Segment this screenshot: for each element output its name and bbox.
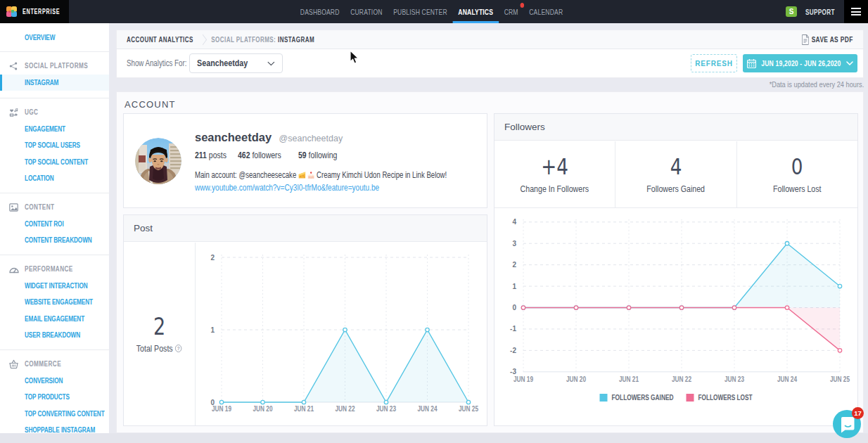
total-posts-summary: 2 Total Posts ?: [124, 243, 196, 425]
followers-stat: 4Followers Gained: [615, 141, 736, 207]
user-avatar-badge[interactable]: S: [786, 6, 797, 17]
svg-text:JUN 23: JUN 23: [725, 375, 744, 383]
sidebar-section-title: CONTENT: [0, 199, 109, 215]
sidebar-item-top-social-users[interactable]: TOP SOCIAL USERS: [0, 137, 109, 154]
profile-link[interactable]: www.youtube.com/watch?v=Cy3l0-tfrMo&feat…: [195, 183, 379, 193]
post-card: Post 2 Total Posts ? 012JUN 19JUN 20JUN …: [123, 214, 487, 426]
sidebar: OVERVIEW SOCIAL PLATFORMSINSTAGRAMUGCENG…: [0, 23, 109, 443]
followers-card: Followers +4Change In Followers4Follower…: [494, 113, 858, 426]
breadcrumb-social-platforms: SOCIAL PLATFORMS:INSTAGRAM: [211, 35, 314, 44]
date-range-picker[interactable]: JUN 19,2020 - JUN 26,2020: [743, 54, 857, 72]
svg-text:JUN 21: JUN 21: [619, 375, 639, 383]
support-link[interactable]: SUPPORT: [805, 8, 828, 16]
stat-label: Followers Lost: [773, 184, 822, 194]
sidebar-item-top-products[interactable]: TOP PRODUCTS: [0, 389, 109, 406]
bottom-strip: [0, 433, 868, 443]
top-nav: DASHBOARDCURATIONPUBLISH CENTERANALYTICS…: [295, 0, 568, 23]
total-posts-value: 2: [153, 315, 165, 338]
sidebar-section-content: CONTENTCONTENT ROICONTENT BREAKDOWN: [0, 193, 109, 255]
brand[interactable]: ENTERPRISE: [0, 0, 69, 23]
stat-value: 4: [670, 155, 682, 178]
date-range-label: JUN 19,2020 - JUN 26,2020: [761, 60, 841, 68]
sidebar-section-performance: PERFORMANCEWIDGET INTERACTIONWEBSITE ENG…: [0, 255, 109, 349]
sidebar-section-commerce: COMMERCECONVERSIONTOP PRODUCTSTOP CONVER…: [0, 350, 109, 443]
svg-text:JUN 22: JUN 22: [672, 375, 691, 383]
topbar: ENTERPRISE DASHBOARDCURATIONPUBLISH CENT…: [0, 0, 868, 23]
post-card-header: Post: [124, 215, 487, 242]
sidebar-item-widget-interaction[interactable]: WIDGET INTERACTION: [0, 277, 109, 294]
chevron-down-icon: [267, 58, 274, 65]
svg-text:JUN 25: JUN 25: [459, 405, 478, 413]
chat-notification-badge: 17: [852, 407, 864, 419]
analytics-content: ACCOUNT: [116, 91, 864, 433]
sidebar-item-conversion[interactable]: CONVERSION: [0, 372, 109, 389]
sidebar-item-instagram[interactable]: INSTAGRAM: [0, 75, 109, 91]
help-icon[interactable]: ?: [176, 345, 182, 352]
hamburger-menu-button[interactable]: [844, 0, 868, 23]
cake-emoji: [307, 171, 314, 179]
sidebar-section-title: UGC: [0, 104, 109, 120]
profile-stat-posts: 211 posts: [195, 150, 231, 160]
refresh-button[interactable]: REFRESH: [691, 54, 737, 72]
save-as-pdf-button[interactable]: SAVE AS PDF: [802, 34, 853, 45]
profile-stat-followers: 462 followers: [238, 150, 288, 160]
svg-text:JUN 22: JUN 22: [336, 405, 355, 413]
profile-stat-following: 59 following: [298, 150, 337, 160]
profile-stats: 211 posts462 followers59 following: [195, 150, 345, 160]
sidebar-item-content-breakdown[interactable]: CONTENT BREAKDOWN: [0, 232, 109, 249]
sidebar-section-social-platforms: SOCIAL PLATFORMSINSTAGRAM: [0, 52, 109, 98]
breadcrumb-account-analytics[interactable]: ACCOUNT ANALYTICS: [127, 35, 193, 44]
svg-text:2: 2: [210, 254, 215, 262]
profile-handle: @seancheetday: [279, 134, 343, 143]
sidebar-item-content-roi[interactable]: CONTENT ROI: [0, 215, 109, 232]
svg-text:3: 3: [512, 240, 516, 248]
stat-value: 0: [791, 155, 803, 178]
pdf-file-icon: [802, 34, 809, 45]
tab-crm[interactable]: CRM: [499, 0, 524, 23]
tab-dashboard[interactable]: DASHBOARD: [295, 0, 345, 23]
sidebar-item-email-engagement[interactable]: EMAIL ENGAGEMENT: [0, 310, 109, 327]
chat-widget-button[interactable]: 17: [833, 410, 861, 438]
profile-bio: Main account: @seancheesecake Creamy Kim…: [195, 170, 447, 180]
sidebar-item-user-breakdown[interactable]: USER BREAKDOWN: [0, 327, 109, 344]
svg-text:2: 2: [512, 261, 516, 269]
breadcrumb-chevron-icon: [199, 34, 207, 45]
total-posts-label: Total Posts ?: [136, 344, 182, 354]
breadcrumb-trail: ACCOUNT ANALYTICS SOCIAL PLATFORMS:INSTA…: [127, 35, 314, 44]
followers-chart: -3-2-101234JUN 19JUN 20JUN 21JUN 22JUN 2…: [494, 209, 857, 428]
sidebar-item-website-engagement[interactable]: WEBSITE ENGAGEMENT: [0, 294, 109, 311]
svg-text:0: 0: [512, 304, 516, 312]
followers-stat: 0Followers Lost: [737, 141, 857, 207]
brand-name: ENTERPRISE: [23, 8, 60, 15]
sidebar-section-title: PERFORMANCE: [0, 261, 109, 277]
calendar-icon: [747, 59, 756, 68]
followers-stat: +4Change In Followers: [494, 141, 615, 207]
sidebar-item-top-converting-content[interactable]: TOP CONVERTING CONTENT: [0, 405, 109, 422]
sidebar-section-ugc: UGCENGAGEMENTTOP SOCIAL USERSTOP SOCIAL …: [0, 98, 109, 193]
tab-calendar[interactable]: CALENDAR: [523, 0, 568, 23]
account-select[interactable]: Seancheetday: [189, 53, 283, 73]
cheese-emoji: [298, 171, 305, 179]
sidebar-item-top-social-content[interactable]: TOP SOCIAL CONTENT: [0, 153, 109, 170]
svg-text:-2: -2: [510, 347, 516, 354]
svg-text:-1: -1: [510, 325, 516, 333]
tab-analytics[interactable]: ANALYTICS: [453, 0, 499, 23]
sidebar-section-title: COMMERCE: [0, 356, 109, 372]
stat-value: +4: [541, 155, 568, 178]
stat-label: Change In Followers: [521, 184, 589, 194]
svg-text:FOLLOWERS LOST: FOLLOWERS LOST: [698, 394, 753, 402]
svg-text:JUN 24: JUN 24: [418, 405, 438, 413]
account-section-title: ACCOUNT: [125, 99, 176, 110]
profile-avatar: [135, 138, 181, 184]
sidebar-section-title: SOCIAL PLATFORMS: [0, 58, 109, 74]
tab-curation[interactable]: CURATION: [345, 0, 388, 23]
chevron-down-icon: [846, 61, 853, 65]
stat-label: Followers Gained: [647, 184, 706, 194]
sidebar-item-overview[interactable]: OVERVIEW: [25, 33, 55, 42]
sidebar-item-engagement[interactable]: ENGAGEMENT: [0, 120, 109, 137]
posts-chart: 012JUN 19JUN 20JUN 21JUN 22JUN 23JUN 24J…: [196, 243, 487, 428]
main-content: ACCOUNT ANALYTICS SOCIAL PLATFORMS:INSTA…: [116, 23, 864, 443]
svg-text:FOLLOWERS GAINED: FOLLOWERS GAINED: [612, 394, 674, 402]
tab-publish-center[interactable]: PUBLISH CENTER: [388, 0, 452, 23]
sidebar-item-location[interactable]: LOCATION: [0, 170, 109, 187]
